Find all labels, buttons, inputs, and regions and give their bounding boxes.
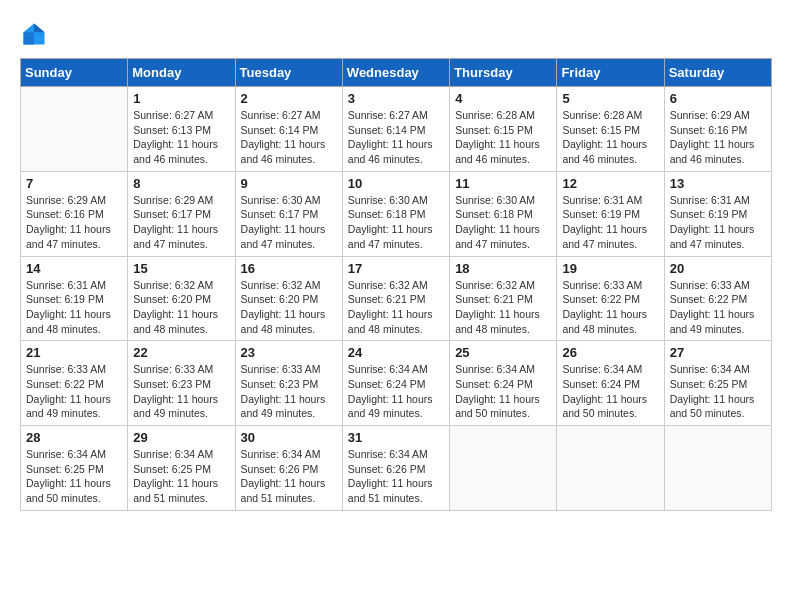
day-info: Sunrise: 6:32 AMSunset: 6:21 PMDaylight:…	[455, 278, 551, 337]
calendar-cell: 15Sunrise: 6:32 AMSunset: 6:20 PMDayligh…	[128, 256, 235, 341]
day-number: 28	[26, 430, 122, 445]
calendar-cell: 3Sunrise: 6:27 AMSunset: 6:14 PMDaylight…	[342, 87, 449, 172]
day-number: 12	[562, 176, 658, 191]
day-number: 1	[133, 91, 229, 106]
calendar-cell: 27Sunrise: 6:34 AMSunset: 6:25 PMDayligh…	[664, 341, 771, 426]
calendar-cell: 13Sunrise: 6:31 AMSunset: 6:19 PMDayligh…	[664, 171, 771, 256]
day-number: 24	[348, 345, 444, 360]
day-info: Sunrise: 6:27 AMSunset: 6:14 PMDaylight:…	[348, 108, 444, 167]
day-header-wednesday: Wednesday	[342, 59, 449, 87]
day-header-friday: Friday	[557, 59, 664, 87]
day-info: Sunrise: 6:27 AMSunset: 6:13 PMDaylight:…	[133, 108, 229, 167]
calendar-cell: 11Sunrise: 6:30 AMSunset: 6:18 PMDayligh…	[450, 171, 557, 256]
day-number: 17	[348, 261, 444, 276]
calendar-cell: 20Sunrise: 6:33 AMSunset: 6:22 PMDayligh…	[664, 256, 771, 341]
day-info: Sunrise: 6:29 AMSunset: 6:17 PMDaylight:…	[133, 193, 229, 252]
calendar-cell: 26Sunrise: 6:34 AMSunset: 6:24 PMDayligh…	[557, 341, 664, 426]
calendar-cell: 4Sunrise: 6:28 AMSunset: 6:15 PMDaylight…	[450, 87, 557, 172]
day-info: Sunrise: 6:28 AMSunset: 6:15 PMDaylight:…	[562, 108, 658, 167]
day-number: 7	[26, 176, 122, 191]
day-info: Sunrise: 6:30 AMSunset: 6:17 PMDaylight:…	[241, 193, 337, 252]
calendar-cell: 30Sunrise: 6:34 AMSunset: 6:26 PMDayligh…	[235, 426, 342, 511]
day-info: Sunrise: 6:33 AMSunset: 6:22 PMDaylight:…	[670, 278, 766, 337]
day-info: Sunrise: 6:32 AMSunset: 6:20 PMDaylight:…	[133, 278, 229, 337]
day-info: Sunrise: 6:27 AMSunset: 6:14 PMDaylight:…	[241, 108, 337, 167]
day-number: 20	[670, 261, 766, 276]
day-number: 11	[455, 176, 551, 191]
svg-marker-1	[34, 24, 45, 33]
day-info: Sunrise: 6:31 AMSunset: 6:19 PMDaylight:…	[562, 193, 658, 252]
logo	[20, 20, 52, 48]
day-number: 15	[133, 261, 229, 276]
day-info: Sunrise: 6:34 AMSunset: 6:24 PMDaylight:…	[455, 362, 551, 421]
calendar-week-row: 1Sunrise: 6:27 AMSunset: 6:13 PMDaylight…	[21, 87, 772, 172]
day-info: Sunrise: 6:29 AMSunset: 6:16 PMDaylight:…	[26, 193, 122, 252]
calendar-cell: 25Sunrise: 6:34 AMSunset: 6:24 PMDayligh…	[450, 341, 557, 426]
calendar-week-row: 14Sunrise: 6:31 AMSunset: 6:19 PMDayligh…	[21, 256, 772, 341]
day-info: Sunrise: 6:34 AMSunset: 6:25 PMDaylight:…	[133, 447, 229, 506]
day-header-thursday: Thursday	[450, 59, 557, 87]
day-number: 19	[562, 261, 658, 276]
day-number: 13	[670, 176, 766, 191]
calendar-week-row: 28Sunrise: 6:34 AMSunset: 6:25 PMDayligh…	[21, 426, 772, 511]
calendar-cell: 28Sunrise: 6:34 AMSunset: 6:25 PMDayligh…	[21, 426, 128, 511]
calendar-cell: 29Sunrise: 6:34 AMSunset: 6:25 PMDayligh…	[128, 426, 235, 511]
day-info: Sunrise: 6:30 AMSunset: 6:18 PMDaylight:…	[348, 193, 444, 252]
logo-icon	[20, 20, 48, 48]
calendar-cell: 16Sunrise: 6:32 AMSunset: 6:20 PMDayligh…	[235, 256, 342, 341]
calendar-cell: 18Sunrise: 6:32 AMSunset: 6:21 PMDayligh…	[450, 256, 557, 341]
day-header-tuesday: Tuesday	[235, 59, 342, 87]
day-number: 22	[133, 345, 229, 360]
day-info: Sunrise: 6:31 AMSunset: 6:19 PMDaylight:…	[670, 193, 766, 252]
page-header	[20, 20, 772, 48]
day-info: Sunrise: 6:34 AMSunset: 6:25 PMDaylight:…	[26, 447, 122, 506]
calendar-cell: 31Sunrise: 6:34 AMSunset: 6:26 PMDayligh…	[342, 426, 449, 511]
day-number: 5	[562, 91, 658, 106]
calendar-cell: 17Sunrise: 6:32 AMSunset: 6:21 PMDayligh…	[342, 256, 449, 341]
day-info: Sunrise: 6:34 AMSunset: 6:24 PMDaylight:…	[348, 362, 444, 421]
day-info: Sunrise: 6:31 AMSunset: 6:19 PMDaylight:…	[26, 278, 122, 337]
calendar-week-row: 21Sunrise: 6:33 AMSunset: 6:22 PMDayligh…	[21, 341, 772, 426]
day-number: 9	[241, 176, 337, 191]
day-info: Sunrise: 6:28 AMSunset: 6:15 PMDaylight:…	[455, 108, 551, 167]
day-info: Sunrise: 6:34 AMSunset: 6:26 PMDaylight:…	[241, 447, 337, 506]
calendar-week-row: 7Sunrise: 6:29 AMSunset: 6:16 PMDaylight…	[21, 171, 772, 256]
day-number: 8	[133, 176, 229, 191]
day-info: Sunrise: 6:33 AMSunset: 6:22 PMDaylight:…	[26, 362, 122, 421]
day-header-sunday: Sunday	[21, 59, 128, 87]
day-header-saturday: Saturday	[664, 59, 771, 87]
day-number: 4	[455, 91, 551, 106]
day-info: Sunrise: 6:34 AMSunset: 6:26 PMDaylight:…	[348, 447, 444, 506]
day-number: 6	[670, 91, 766, 106]
calendar-cell: 5Sunrise: 6:28 AMSunset: 6:15 PMDaylight…	[557, 87, 664, 172]
calendar-cell: 6Sunrise: 6:29 AMSunset: 6:16 PMDaylight…	[664, 87, 771, 172]
calendar-cell: 14Sunrise: 6:31 AMSunset: 6:19 PMDayligh…	[21, 256, 128, 341]
day-number: 25	[455, 345, 551, 360]
day-info: Sunrise: 6:29 AMSunset: 6:16 PMDaylight:…	[670, 108, 766, 167]
day-number: 29	[133, 430, 229, 445]
calendar-cell: 1Sunrise: 6:27 AMSunset: 6:13 PMDaylight…	[128, 87, 235, 172]
day-number: 18	[455, 261, 551, 276]
day-info: Sunrise: 6:34 AMSunset: 6:25 PMDaylight:…	[670, 362, 766, 421]
day-number: 30	[241, 430, 337, 445]
day-number: 16	[241, 261, 337, 276]
calendar-table: SundayMondayTuesdayWednesdayThursdayFrid…	[20, 58, 772, 511]
calendar-cell: 22Sunrise: 6:33 AMSunset: 6:23 PMDayligh…	[128, 341, 235, 426]
calendar-cell: 24Sunrise: 6:34 AMSunset: 6:24 PMDayligh…	[342, 341, 449, 426]
day-number: 23	[241, 345, 337, 360]
day-number: 2	[241, 91, 337, 106]
day-info: Sunrise: 6:32 AMSunset: 6:20 PMDaylight:…	[241, 278, 337, 337]
day-info: Sunrise: 6:33 AMSunset: 6:23 PMDaylight:…	[133, 362, 229, 421]
calendar-cell: 10Sunrise: 6:30 AMSunset: 6:18 PMDayligh…	[342, 171, 449, 256]
calendar-cell: 21Sunrise: 6:33 AMSunset: 6:22 PMDayligh…	[21, 341, 128, 426]
day-info: Sunrise: 6:30 AMSunset: 6:18 PMDaylight:…	[455, 193, 551, 252]
day-info: Sunrise: 6:34 AMSunset: 6:24 PMDaylight:…	[562, 362, 658, 421]
day-info: Sunrise: 6:33 AMSunset: 6:23 PMDaylight:…	[241, 362, 337, 421]
calendar-cell: 12Sunrise: 6:31 AMSunset: 6:19 PMDayligh…	[557, 171, 664, 256]
day-info: Sunrise: 6:32 AMSunset: 6:21 PMDaylight:…	[348, 278, 444, 337]
day-info: Sunrise: 6:33 AMSunset: 6:22 PMDaylight:…	[562, 278, 658, 337]
calendar-cell	[557, 426, 664, 511]
day-number: 27	[670, 345, 766, 360]
svg-marker-2	[24, 32, 35, 44]
day-number: 26	[562, 345, 658, 360]
